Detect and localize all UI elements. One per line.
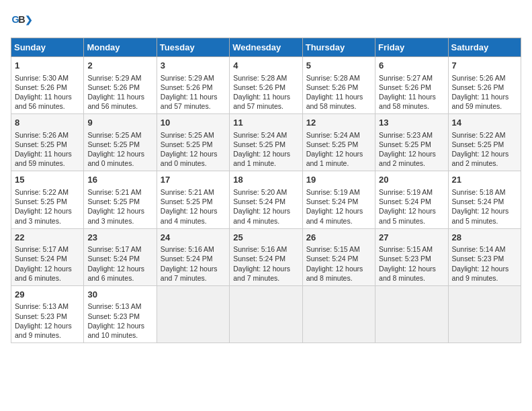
day-info-line: and 57 minutes. — [161, 102, 211, 110]
day-info-line: and 4 minutes. — [233, 217, 279, 225]
day-info-line: Daylight: 12 hours — [452, 207, 509, 215]
calendar-cell: 16Sunrise: 5:21 AM Sunset: 5:25 PM Dayli… — [84, 171, 157, 228]
day-info-line: Daylight: 12 hours — [87, 150, 144, 158]
day-info-line: Daylight: 12 hours — [87, 207, 144, 215]
calendar-week-4: 22Sunrise: 5:17 AM Sunset: 5:24 PM Dayli… — [11, 228, 521, 285]
day-info-line: Sunset: 5:23 PM — [15, 312, 67, 320]
day-info-line: Daylight: 12 hours — [161, 150, 218, 158]
day-info-line: Sunrise: 5:30 AM — [15, 74, 69, 82]
day-info-line: and 56 minutes. — [15, 102, 65, 110]
day-info-line: Sunrise: 5:16 AM — [233, 245, 287, 253]
calendar-cell: 10Sunrise: 5:25 AM Sunset: 5:25 PM Dayli… — [157, 114, 229, 171]
calendar-week-1: 1Sunrise: 5:30 AM Sunset: 5:26 PM Daylig… — [11, 57, 521, 114]
day-info-line: Sunset: 5:25 PM — [306, 140, 359, 148]
day-info-line: Daylight: 11 hours — [87, 93, 144, 101]
calendar-week-2: 8Sunrise: 5:26 AM Sunset: 5:25 PM Daylig… — [11, 114, 521, 171]
day-info-line: Sunrise: 5:24 AM — [233, 131, 287, 139]
day-info-line: Sunset: 5:24 PM — [452, 197, 504, 205]
calendar-week-5: 29Sunrise: 5:13 AM Sunset: 5:23 PM Dayli… — [11, 285, 521, 342]
calendar-cell: 5Sunrise: 5:28 AM Sunset: 5:26 PM Daylig… — [302, 57, 375, 114]
calendar-table: SundayMondayTuesdayWednesdayThursdayFrid… — [11, 38, 521, 343]
svg-text:B: B — [18, 14, 25, 25]
calendar-cell: 21Sunrise: 5:18 AM Sunset: 5:24 PM Dayli… — [448, 171, 521, 228]
day-info-line: Sunrise: 5:16 AM — [161, 245, 214, 253]
day-info-line: and 59 minutes. — [15, 159, 65, 167]
day-number: 22 — [15, 232, 80, 244]
calendar-cell: 6Sunrise: 5:27 AM Sunset: 5:26 PM Daylig… — [375, 57, 448, 114]
day-info-line: Sunrise: 5:22 AM — [15, 188, 69, 196]
day-number: 26 — [306, 232, 371, 244]
day-header-friday: Friday — [375, 38, 448, 57]
calendar-week-3: 15Sunrise: 5:22 AM Sunset: 5:25 PM Dayli… — [11, 171, 521, 228]
day-info-line: Sunrise: 5:17 AM — [15, 245, 69, 253]
calendar-cell: 12Sunrise: 5:24 AM Sunset: 5:25 PM Dayli… — [302, 114, 375, 171]
day-info-line: Sunset: 5:26 PM — [15, 83, 67, 91]
day-info-line: Daylight: 12 hours — [15, 207, 72, 215]
day-info-line: Sunrise: 5:15 AM — [306, 245, 360, 253]
day-info-line: Sunrise: 5:19 AM — [306, 188, 360, 196]
day-info-line: and 10 minutes. — [87, 331, 138, 339]
day-number: 28 — [452, 232, 517, 244]
day-info-line: Sunset: 5:26 PM — [87, 83, 140, 91]
calendar-cell: 9Sunrise: 5:25 AM Sunset: 5:25 PM Daylig… — [84, 114, 157, 171]
calendar-cell: 26Sunrise: 5:15 AM Sunset: 5:24 PM Dayli… — [302, 228, 375, 285]
day-info-line: Daylight: 11 hours — [15, 150, 72, 158]
day-number: 4 — [233, 60, 298, 72]
day-number: 29 — [15, 289, 80, 301]
day-number: 11 — [233, 117, 298, 129]
calendar-cell: 13Sunrise: 5:23 AM Sunset: 5:25 PM Dayli… — [375, 114, 448, 171]
day-number: 17 — [161, 174, 226, 186]
calendar-cell: 30Sunrise: 5:13 AM Sunset: 5:23 PM Dayli… — [84, 285, 157, 342]
page-header: G B — [11, 11, 521, 32]
day-info-line: Daylight: 12 hours — [306, 207, 363, 215]
day-info-line: and 1 minute. — [233, 159, 276, 167]
day-info-line: Sunset: 5:26 PM — [161, 83, 213, 91]
day-info-line: Sunset: 5:24 PM — [379, 197, 431, 205]
day-info-line: Sunset: 5:24 PM — [306, 197, 359, 205]
calendar-cell: 15Sunrise: 5:22 AM Sunset: 5:25 PM Dayli… — [11, 171, 84, 228]
logo-icon: G B — [11, 11, 32, 32]
day-info-line: Daylight: 12 hours — [379, 207, 436, 215]
calendar-cell — [375, 285, 448, 342]
day-info-line: Sunrise: 5:15 AM — [379, 245, 433, 253]
calendar-cell — [157, 285, 229, 342]
day-info-line: Daylight: 12 hours — [452, 150, 509, 158]
day-info-line: Sunset: 5:24 PM — [306, 255, 359, 263]
day-info-line: Sunrise: 5:27 AM — [379, 74, 433, 82]
day-info-line: Daylight: 12 hours — [233, 207, 290, 215]
day-number: 24 — [161, 232, 226, 244]
calendar-cell: 18Sunrise: 5:20 AM Sunset: 5:24 PM Dayli… — [230, 171, 302, 228]
day-info-line: Sunset: 5:26 PM — [452, 83, 504, 91]
day-info-line: Sunrise: 5:13 AM — [87, 302, 141, 310]
calendar-cell: 25Sunrise: 5:16 AM Sunset: 5:24 PM Dayli… — [230, 228, 302, 285]
day-header-tuesday: Tuesday — [157, 38, 229, 57]
day-info-line: Sunrise: 5:13 AM — [15, 302, 69, 310]
calendar-cell: 7Sunrise: 5:26 AM Sunset: 5:26 PM Daylig… — [448, 57, 521, 114]
day-info-line: Sunset: 5:24 PM — [161, 255, 213, 263]
logo: G B — [11, 11, 35, 32]
day-info-line: Sunrise: 5:24 AM — [306, 131, 360, 139]
day-number: 10 — [161, 117, 226, 129]
day-info-line: Sunset: 5:25 PM — [161, 140, 213, 148]
day-info-line: and 2 minutes. — [452, 159, 498, 167]
day-info-line: and 57 minutes. — [233, 102, 283, 110]
day-info-line: Sunset: 5:24 PM — [233, 255, 285, 263]
day-info-line: Daylight: 12 hours — [233, 265, 290, 273]
day-info-line: and 9 minutes. — [452, 274, 498, 282]
day-number: 6 — [379, 60, 444, 72]
day-info-line: and 0 minutes. — [161, 159, 207, 167]
calendar-cell: 19Sunrise: 5:19 AM Sunset: 5:24 PM Dayli… — [302, 171, 375, 228]
day-info-line: and 7 minutes. — [233, 274, 279, 282]
day-info-line: and 4 minutes. — [306, 217, 353, 225]
day-number: 15 — [15, 174, 80, 186]
day-info-line: Daylight: 12 hours — [161, 265, 218, 273]
day-info-line: Sunrise: 5:23 AM — [379, 131, 433, 139]
day-info-line: Daylight: 11 hours — [161, 93, 218, 101]
day-number: 7 — [452, 60, 517, 72]
day-info-line: and 9 minutes. — [15, 331, 61, 339]
day-number: 8 — [15, 117, 80, 129]
day-info-line: Sunset: 5:25 PM — [379, 140, 431, 148]
svg-marker-2 — [26, 15, 32, 25]
day-info-line: Daylight: 12 hours — [452, 265, 509, 273]
calendar-cell: 20Sunrise: 5:19 AM Sunset: 5:24 PM Dayli… — [375, 171, 448, 228]
